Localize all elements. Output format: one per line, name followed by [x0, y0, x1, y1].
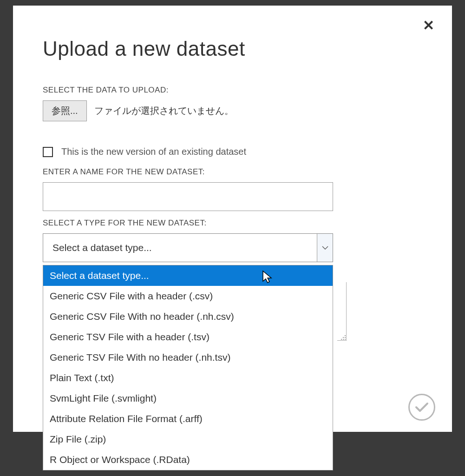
file-status-text: ファイルが選択されていません。	[94, 105, 234, 117]
dropdown-option[interactable]: Select a dataset type...	[43, 265, 333, 286]
dropdown-option[interactable]: Generic CSV File With no header (.nh.csv…	[43, 306, 333, 327]
dropdown-option[interactable]: Generic TSV File With no header (.nh.tsv…	[43, 347, 333, 368]
dataset-type-select[interactable]: Select a dataset type...	[43, 233, 333, 262]
version-checkbox-row: This is the new version of an existing d…	[43, 146, 422, 157]
modal-title: Upload a new dataset	[43, 37, 422, 60]
new-version-label: This is the new version of an existing d…	[61, 146, 246, 157]
dropdown-option[interactable]: Zip File (.zip)	[43, 429, 333, 450]
dataset-type-select-wrapper: Select a dataset type... Select a datase…	[43, 233, 333, 262]
dropdown-option[interactable]: Generic CSV File with a header (.csv)	[43, 286, 333, 306]
dataset-type-label: SELECT A TYPE FOR THE NEW DATASET:	[43, 218, 422, 228]
new-version-checkbox[interactable]	[43, 147, 53, 157]
checkmark-icon	[415, 402, 429, 413]
browse-button[interactable]: 参照...	[43, 100, 87, 121]
file-picker-row: 参照... ファイルが選択されていません。	[43, 100, 422, 121]
dataset-name-input[interactable]	[43, 182, 333, 211]
dropdown-arrow-box[interactable]	[317, 234, 333, 262]
confirm-button[interactable]	[408, 394, 435, 421]
dropdown-option[interactable]: Attribute Relation File Format (.arff)	[43, 409, 333, 429]
upload-dataset-modal: ✕ Upload a new dataset SELECT THE DATA T…	[13, 6, 452, 432]
dataset-type-dropdown[interactable]: Select a dataset type...Generic CSV File…	[43, 265, 333, 470]
dropdown-option[interactable]: SvmLight File (.svmlight)	[43, 388, 333, 409]
dropdown-option[interactable]: Generic TSV File with a header (.tsv)	[43, 327, 333, 347]
description-textarea-edge	[337, 282, 347, 341]
chevron-down-icon	[322, 246, 328, 250]
dataset-name-label: ENTER A NAME FOR THE NEW DATASET:	[43, 167, 422, 177]
upload-data-label: SELECT THE DATA TO UPLOAD:	[43, 86, 422, 95]
resize-grip-icon	[340, 334, 346, 340]
dataset-type-selected-text: Select a dataset type...	[43, 242, 317, 253]
close-button[interactable]: ✕	[423, 19, 434, 33]
dropdown-option[interactable]: Plain Text (.txt)	[43, 368, 333, 388]
dropdown-option[interactable]: R Object or Workspace (.RData)	[43, 450, 333, 470]
